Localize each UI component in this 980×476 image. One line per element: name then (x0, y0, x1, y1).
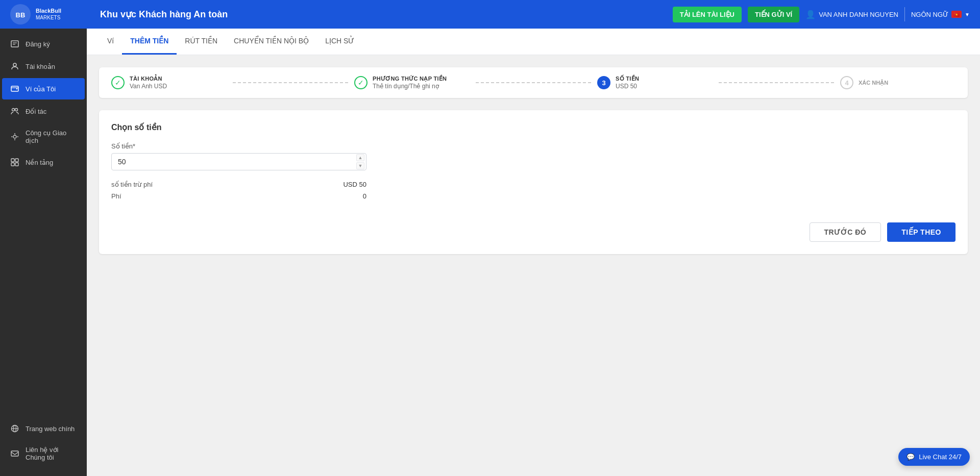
header-title: Khu vực Khách hàng An toàn (100, 9, 665, 20)
header-divider (904, 7, 905, 21)
content-area: ✓ TÀI KHOẢN Van Anh USD ✓ PHƯƠNG THỨC NẠ… (87, 55, 980, 266)
sidebar-label-nen-tang: Nền tảng (26, 159, 53, 166)
wallet-icon (10, 84, 19, 93)
sidebar-item-lien-he[interactable]: Liên hệ với Chúng tôi (2, 440, 85, 467)
fee-value: 0 (363, 192, 366, 200)
sidebar-item-cong-cu[interactable]: Công cụ Giao dịch (2, 123, 85, 151)
platform-icon (10, 158, 19, 167)
step4-number: 4 (840, 76, 853, 89)
step3-info: SỐ TIỀN USD 50 (616, 76, 639, 90)
sidebar-item-trang-web[interactable]: Trang web chính (2, 418, 85, 439)
account-icon (10, 62, 19, 71)
tab-them-tien[interactable]: THÊM TIỀN (122, 29, 177, 55)
step-1: ✓ TÀI KHOẢN Van Anh USD (111, 76, 227, 90)
svg-point-9 (12, 109, 15, 111)
website-icon (10, 424, 19, 433)
sidebar-item-nen-tang[interactable]: Nền tảng (2, 152, 85, 173)
step-2: ✓ PHƯƠNG THỨC NẠP TIỀN Thẻ tín dụng/Thẻ … (354, 76, 470, 90)
step2-label: PHƯƠNG THỨC NẠP TIỀN (373, 76, 447, 82)
main-content: Ví THÊM TIỀN RÚT TIỀN CHUYỂN TIỀN NỘI BỘ… (87, 29, 980, 476)
form-card: Chọn số tiền Số tiền* ▲ ▼ số tiền trừ ph… (99, 110, 968, 254)
logo-text: BlackBullMARKETS (36, 8, 61, 21)
upload-docs-button[interactable]: TẢI LÊN TÀI LIỆU (673, 7, 742, 22)
svg-point-5 (13, 63, 16, 66)
tab-rut-tien[interactable]: RÚT TIỀN (177, 29, 226, 55)
language-selector[interactable]: NGÔN NGỮ 🇻🇳 ▼ (911, 11, 970, 18)
sidebar-label-tai-khoan: Tài khoản (26, 63, 55, 70)
sidebar-label-doi-tac: Đối tác (26, 108, 46, 115)
amount-input[interactable] (111, 153, 366, 170)
step-3: 3 SỐ TIỀN USD 50 (597, 76, 713, 90)
amount-group: Số tiền* ▲ ▼ (111, 142, 955, 170)
flag-icon: 🇻🇳 (951, 11, 962, 18)
live-chat-button[interactable]: 💬 Live Chat 24/7 (898, 448, 970, 466)
step1-check: ✓ (111, 76, 125, 89)
step3-sublabel: USD 50 (616, 83, 639, 90)
contact-icon (10, 449, 19, 458)
svg-rect-18 (11, 163, 14, 166)
send-wallet-button[interactable]: TIẾN GỬI VÍ (748, 7, 799, 22)
tab-vi[interactable]: Ví (99, 29, 122, 55)
step1-info: TÀI KHOẢN Van Anh USD (130, 76, 167, 90)
amount-label: Số tiền* (111, 142, 955, 150)
svg-rect-23 (11, 451, 18, 456)
svg-point-7 (16, 88, 17, 89)
fee-label: Phí (111, 192, 121, 200)
blackbull-logo: BB (10, 4, 31, 24)
fee-row: Phí 0 (111, 190, 366, 202)
step1-sublabel: Van Anh USD (130, 83, 167, 90)
net-amount-row: số tiền trừ phí USD 50 (111, 179, 366, 190)
step-4: 4 Xác nhận (840, 76, 955, 89)
lang-label: NGÔN NGỮ (911, 11, 948, 18)
amount-spinner: ▲ ▼ (356, 154, 364, 169)
spin-up-button[interactable]: ▲ (356, 154, 364, 161)
sidebar-item-doi-tac[interactable]: Đối tác (2, 101, 85, 122)
header-right: TẢI LÊN TÀI LIỆU TIẾN GỬI VÍ 👤 VAN ANH D… (673, 7, 970, 22)
sidebar-label-lien-he: Liên hệ với Chúng tôi (26, 446, 77, 461)
tab-lich-su[interactable]: LỊCH SỬ (317, 29, 362, 55)
step-line-2 (476, 82, 591, 83)
tools-icon (10, 132, 19, 141)
svg-rect-2 (11, 41, 18, 47)
sidebar-label-dang-ky: Đăng ký (26, 40, 50, 48)
step4-info: Xác nhận (859, 80, 888, 86)
svg-point-10 (15, 109, 18, 111)
btn-row: TRƯỚC ĐÓ TIẾP THEO (111, 222, 955, 242)
sidebar-label-cong-cu: Công cụ Giao dịch (26, 129, 77, 144)
tabs-bar: Ví THÊM TIỀN RÚT TIỀN CHUYỂN TIỀN NỘI BỘ… (87, 29, 980, 55)
sidebar-label-vi-cua-toi: Ví của Tôi (26, 85, 56, 93)
step3-label: SỐ TIỀN (616, 76, 639, 82)
sidebar: Đăng ký Tài khoản Ví của Tôi Đối tác Côn… (0, 29, 87, 476)
live-chat-label: Live Chat 24/7 (919, 453, 962, 461)
chevron-down-icon: ▼ (965, 12, 970, 17)
step4-label: Xác nhận (859, 80, 888, 86)
sidebar-item-dang-ky[interactable]: Đăng ký (2, 33, 85, 55)
step-line-3 (719, 82, 834, 83)
svg-rect-16 (11, 159, 14, 162)
chat-icon: 💬 (906, 453, 915, 461)
net-value: USD 50 (343, 181, 366, 188)
user-info: 👤 VAN ANH DANH NGUYEN (805, 10, 898, 19)
amount-input-wrapper: ▲ ▼ (111, 153, 366, 170)
stepper: ✓ TÀI KHOẢN Van Anh USD ✓ PHƯƠNG THỨC NẠ… (99, 67, 968, 98)
sidebar-label-trang-web: Trang web chính (26, 425, 75, 433)
spin-down-button[interactable]: ▼ (356, 162, 364, 169)
register-icon (10, 39, 19, 48)
step3-number: 3 (597, 76, 610, 89)
step1-label: TÀI KHOẢN (130, 76, 167, 82)
logo-area: BB BlackBullMARKETS (10, 4, 92, 24)
sidebar-bottom: Trang web chính Liên hệ với Chúng tôi (0, 417, 87, 476)
prev-button[interactable]: TRƯỚC ĐÓ (810, 222, 881, 242)
step2-info: PHƯƠNG THỨC NẠP TIỀN Thẻ tín dụng/Thẻ gh… (373, 76, 447, 90)
sidebar-item-tai-khoan[interactable]: Tài khoản (2, 56, 85, 77)
net-label: số tiền trừ phí (111, 181, 153, 188)
form-title: Chọn số tiền (111, 122, 955, 132)
tab-chuyen-tien[interactable]: CHUYỂN TIỀN NỘI BỘ (226, 29, 317, 55)
user-icon: 👤 (805, 10, 816, 19)
sidebar-item-vi-cua-toi[interactable]: Ví của Tôi (2, 78, 85, 99)
svg-rect-17 (15, 159, 18, 162)
svg-text:BB: BB (16, 11, 26, 19)
svg-point-11 (13, 135, 16, 138)
step2-check: ✓ (354, 76, 368, 89)
next-button[interactable]: TIẾP THEO (887, 222, 955, 242)
